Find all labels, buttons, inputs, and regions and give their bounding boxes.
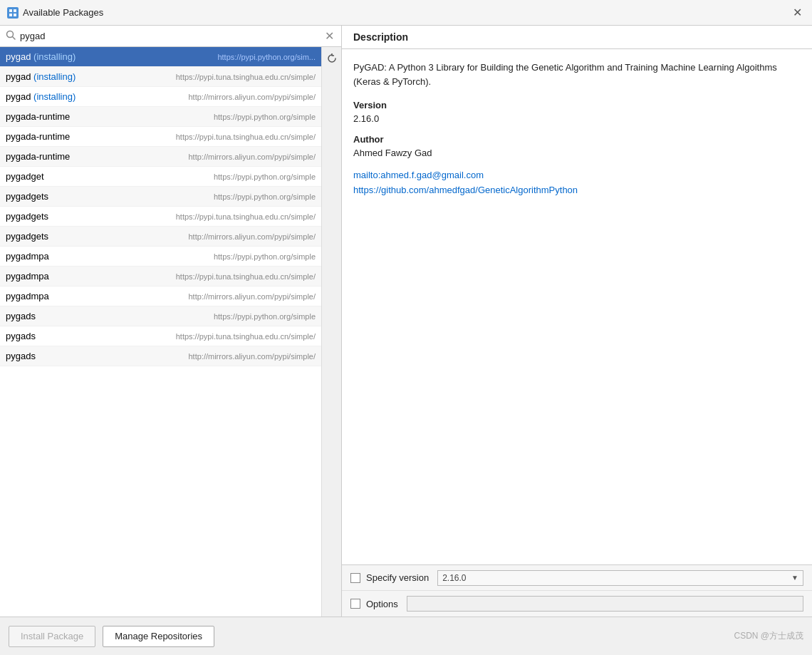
watermark: CSDN @方士成茂	[734, 630, 803, 642]
list-item[interactable]: pygad (installing)http://mirrors.aliyun.…	[0, 87, 321, 107]
search-clear-button[interactable]: ✕	[323, 31, 335, 42]
chevron-down-icon: ▼	[791, 574, 798, 582]
package-name: pygads	[6, 331, 36, 341]
svg-rect-0	[9, 9, 12, 12]
title-bar-left: Available Packages	[7, 7, 103, 19]
specify-version-checkbox[interactable]	[350, 573, 360, 583]
refresh-column	[321, 47, 341, 617]
list-item[interactable]: pygadshttps://pypi.python.org/simple	[0, 306, 321, 326]
version-dropdown-value: 2.16.0	[442, 573, 466, 583]
refresh-button[interactable]	[323, 50, 340, 67]
package-name: pygad (installing)	[6, 91, 76, 102]
version-dropdown[interactable]: 2.16.0 ▼	[437, 570, 803, 586]
description-body: PyGAD: A Python 3 Library for Building t…	[342, 49, 812, 564]
package-name: pygadgets	[6, 211, 48, 222]
list-item[interactable]: pygadshttp://mirrors.aliyun.com/pypi/sim…	[0, 346, 321, 366]
package-url: https://pypi.python.org/simple	[214, 312, 316, 321]
footer-bar: Install Package Manage Repositories CSDN…	[0, 617, 812, 655]
package-url: https://pypi.python.org/simple	[214, 192, 316, 201]
package-url: https://pypi.tuna.tsinghua.edu.cn/simple…	[176, 73, 316, 81]
package-url: http://mirrors.aliyun.com/pypi/simple/	[189, 93, 316, 101]
options-checkbox[interactable]	[350, 599, 360, 609]
options-bar: Specify version 2.16.0 ▼ Options	[342, 564, 812, 617]
package-status: (installing)	[33, 91, 76, 102]
package-url: http://mirrors.aliyun.com/pypi/simple/	[189, 232, 316, 241]
author-label: Author	[353, 134, 801, 145]
specify-version-row: Specify version 2.16.0 ▼	[342, 565, 812, 591]
install-package-button[interactable]: Install Package	[9, 626, 95, 647]
package-name: pygadgets	[6, 191, 48, 202]
svg-rect-1	[14, 9, 16, 12]
svg-line-5	[13, 37, 16, 40]
list-item[interactable]: pygadgetshttps://pypi.python.org/simple	[0, 187, 321, 207]
package-url: https://pypi.python.org/simple	[214, 172, 316, 181]
list-item[interactable]: pygada-runtimehttp://mirrors.aliyun.com/…	[0, 147, 321, 167]
list-item[interactable]: pygada-runtimehttps://pypi.tuna.tsinghua…	[0, 127, 321, 147]
package-name: pygadgets	[6, 231, 48, 242]
search-icon	[6, 30, 16, 42]
package-url: http://mirrors.aliyun.com/pypi/simple/	[189, 292, 316, 301]
package-list[interactable]: pygad (installing)https://pypi.python.or…	[0, 47, 321, 617]
options-label: Options	[366, 599, 398, 609]
list-item[interactable]: pygadgethttps://pypi.python.org/simple	[0, 167, 321, 187]
manage-repositories-button[interactable]: Manage Repositories	[103, 626, 214, 647]
package-name: pygada-runtime	[6, 131, 70, 142]
description-text: PyGAD: A Python 3 Library for Building t…	[353, 61, 801, 88]
package-status: (installing)	[33, 71, 76, 82]
svg-rect-3	[14, 14, 16, 16]
list-item[interactable]: pygad (installing)https://pypi.tuna.tsin…	[0, 67, 321, 87]
package-url: http://mirrors.aliyun.com/pypi/simple/	[189, 153, 316, 161]
package-url: https://pypi.python.org/simple	[214, 252, 316, 261]
package-name: pygadmpa	[6, 251, 49, 262]
svg-rect-2	[9, 14, 12, 16]
list-item[interactable]: pygadshttps://pypi.tuna.tsinghua.edu.cn/…	[0, 326, 321, 346]
list-item[interactable]: pygada-runtimehttps://pypi.python.org/si…	[0, 107, 321, 127]
specify-version-label: Specify version	[366, 572, 429, 583]
package-url: https://pypi.tuna.tsinghua.edu.cn/simple…	[176, 133, 316, 141]
description-header: Description	[342, 26, 812, 49]
right-panel: Description PyGAD: A Python 3 Library fo…	[342, 26, 812, 617]
close-button[interactable]: ✕	[790, 6, 805, 20]
options-row: Options	[342, 591, 812, 617]
package-name: pygadmpa	[6, 291, 49, 301]
package-url: https://pypi.python.org/sim...	[217, 53, 316, 61]
list-item[interactable]: pygadgetshttps://pypi.tuna.tsinghua.edu.…	[0, 207, 321, 227]
author-value: Ahmed Fawzy Gad	[353, 148, 801, 158]
list-and-refresh: pygad (installing)https://pypi.python.or…	[0, 47, 341, 617]
title-bar: Available Packages ✕	[0, 0, 812, 26]
github-link[interactable]: https://github.com/ahmedfgad/GeneticAlgo…	[353, 183, 801, 198]
package-name: pygada-runtime	[6, 111, 70, 122]
package-url: https://pypi.tuna.tsinghua.edu.cn/simple…	[176, 332, 316, 341]
app-icon	[7, 7, 19, 19]
package-url: https://pypi.python.org/simple	[214, 113, 316, 121]
package-url: https://pypi.tuna.tsinghua.edu.cn/simple…	[176, 212, 316, 221]
list-item[interactable]: pygadmpahttps://pypi.tuna.tsinghua.edu.c…	[0, 267, 321, 287]
package-name: pygada-runtime	[6, 151, 70, 162]
package-name: pygads	[6, 351, 36, 361]
list-item[interactable]: pygadmpahttp://mirrors.aliyun.com/pypi/s…	[0, 287, 321, 306]
package-name: pygadget	[6, 171, 44, 182]
package-name: pygadmpa	[6, 271, 49, 282]
package-url: http://mirrors.aliyun.com/pypi/simple/	[189, 352, 316, 361]
options-input[interactable]	[407, 596, 803, 612]
version-value: 2.16.0	[353, 113, 801, 124]
search-bar: ✕	[0, 26, 341, 47]
list-item[interactable]: pygadmpahttps://pypi.python.org/simple	[0, 247, 321, 267]
package-url: https://pypi.tuna.tsinghua.edu.cn/simple…	[176, 272, 316, 281]
package-name: pygad (installing)	[6, 71, 76, 82]
version-label: Version	[353, 100, 801, 110]
list-item[interactable]: pygad (installing)https://pypi.python.or…	[0, 47, 321, 67]
search-input[interactable]	[20, 31, 319, 41]
email-link[interactable]: mailto:ahmed.f.gad@gmail.com	[353, 168, 801, 183]
package-status: (installing)	[33, 51, 76, 62]
main-content: ✕ pygad (installing)https://pypi.python.…	[0, 26, 812, 617]
package-name: pygad (installing)	[6, 51, 76, 62]
left-panel: ✕ pygad (installing)https://pypi.python.…	[0, 26, 342, 617]
package-name: pygads	[6, 311, 36, 321]
window-title: Available Packages	[23, 7, 103, 18]
list-item[interactable]: pygadgetshttp://mirrors.aliyun.com/pypi/…	[0, 227, 321, 247]
